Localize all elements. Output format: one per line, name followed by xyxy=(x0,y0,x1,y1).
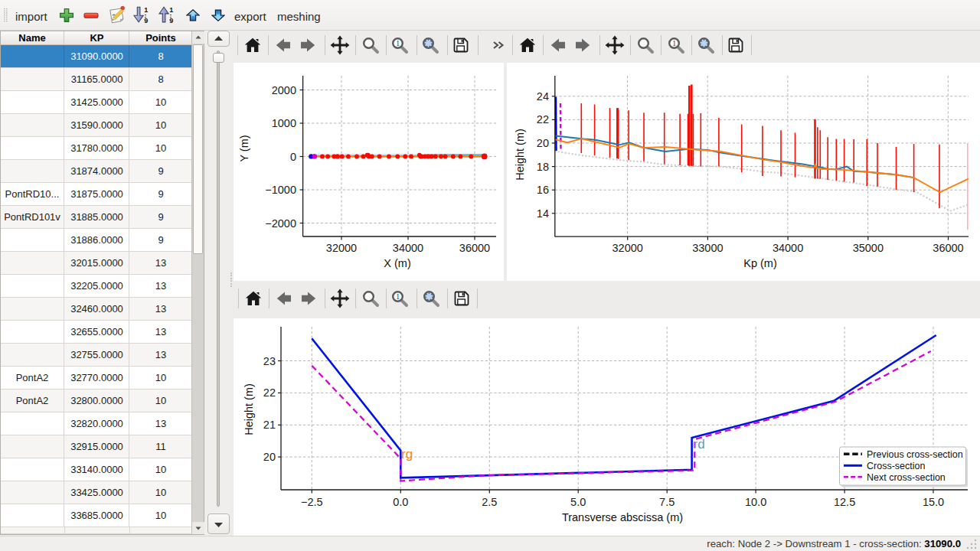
svg-text:34000: 34000 xyxy=(773,242,803,254)
svg-text:Transverse abscissa (m): Transverse abscissa (m) xyxy=(562,511,683,523)
svg-text:rd: rd xyxy=(694,437,705,452)
svg-text:35000: 35000 xyxy=(853,242,884,254)
svg-text:23: 23 xyxy=(263,355,276,367)
svg-text:20: 20 xyxy=(537,137,549,149)
svg-text:1: 1 xyxy=(672,39,676,47)
svg-text:Next cross-section: Next cross-section xyxy=(867,472,946,483)
svg-text:18: 18 xyxy=(537,161,549,173)
svg-text:2.5: 2.5 xyxy=(482,496,497,508)
svg-text:Previous cross-section: Previous cross-section xyxy=(867,449,963,460)
svg-text:1: 1 xyxy=(396,39,400,47)
svg-text:7.5: 7.5 xyxy=(659,496,675,508)
svg-text:0.0: 0.0 xyxy=(393,496,408,508)
svg-text:9: 9 xyxy=(169,17,173,24)
svg-text:10.0: 10.0 xyxy=(745,496,766,508)
svg-text:−2.5: −2.5 xyxy=(301,496,323,508)
svg-text:21: 21 xyxy=(263,419,276,431)
svg-text:Y (m): Y (m) xyxy=(238,135,250,161)
svg-text:1: 1 xyxy=(144,6,148,14)
svg-text:20: 20 xyxy=(263,451,276,463)
svg-text:22: 22 xyxy=(537,113,549,126)
svg-text:16: 16 xyxy=(537,184,549,196)
svg-text:rg: rg xyxy=(401,447,413,461)
svg-text:0: 0 xyxy=(290,151,296,163)
svg-text:36000: 36000 xyxy=(933,242,963,254)
svg-text:32000: 32000 xyxy=(326,242,357,254)
svg-text:1: 1 xyxy=(396,292,400,301)
svg-text:15.0: 15.0 xyxy=(923,496,944,508)
svg-text:−1000: −1000 xyxy=(265,184,296,196)
svg-text:32000: 32000 xyxy=(612,242,643,254)
svg-text:−2000: −2000 xyxy=(265,217,296,230)
svg-text:34000: 34000 xyxy=(393,242,423,254)
svg-text:24: 24 xyxy=(537,90,549,103)
svg-text:Height (m): Height (m) xyxy=(514,129,526,181)
svg-text:22: 22 xyxy=(263,386,276,399)
svg-text:5.0: 5.0 xyxy=(570,496,586,508)
svg-text:Height (m): Height (m) xyxy=(243,383,255,435)
svg-text:Kp (m): Kp (m) xyxy=(743,257,777,269)
svg-text:9: 9 xyxy=(144,17,148,24)
svg-text:2000: 2000 xyxy=(272,84,296,96)
svg-text:12.5: 12.5 xyxy=(834,496,855,508)
svg-text:36000: 36000 xyxy=(459,242,490,254)
svg-text:33000: 33000 xyxy=(692,242,723,254)
svg-text:1000: 1000 xyxy=(272,117,296,129)
svg-text:1: 1 xyxy=(169,6,173,14)
svg-text:14: 14 xyxy=(537,207,549,220)
svg-text:X (m): X (m) xyxy=(384,257,410,269)
svg-text:Cross-section: Cross-section xyxy=(867,461,925,471)
